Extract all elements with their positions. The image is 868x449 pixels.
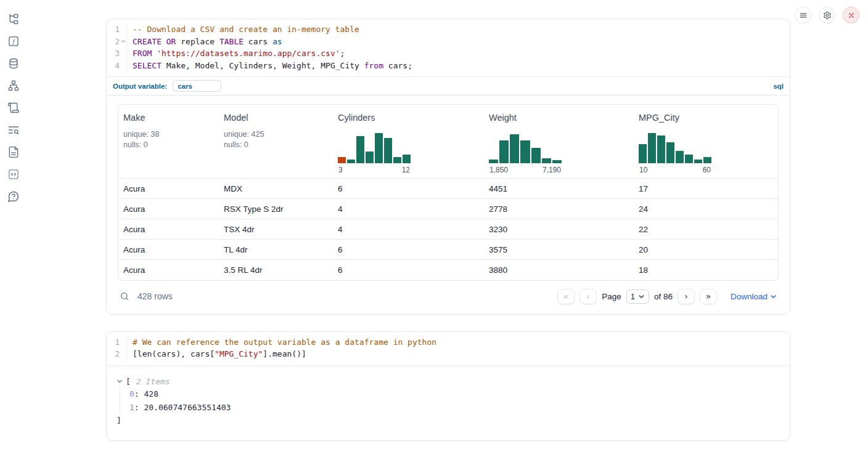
histogram-bar — [694, 160, 702, 163]
histogram-bar — [356, 136, 364, 164]
table-cell: 20 — [634, 240, 779, 260]
histogram-bar — [366, 152, 374, 164]
previous-page-button[interactable]: ‹ — [579, 289, 597, 304]
table-cell: TL 4dr — [219, 240, 333, 260]
first-page-button[interactable]: « — [557, 289, 575, 304]
table-row[interactable]: Acura3.5 RL 4dr6388018 — [118, 260, 779, 280]
snippets-icon[interactable] — [7, 168, 20, 180]
table-cell: Acura — [118, 199, 219, 219]
menu-icon — [799, 11, 808, 20]
table-row[interactable]: AcuraTSX 4dr4323022 — [118, 219, 779, 240]
table-row[interactable]: AcuraRSX Type S 2dr4277824 — [118, 199, 779, 219]
code-line[interactable]: 1# We can reference the output variable … — [107, 336, 790, 349]
python-code-editor[interactable]: 1# We can reference the output variable … — [107, 332, 790, 366]
table-cell: 18 — [634, 260, 779, 280]
menu-button[interactable] — [795, 7, 811, 23]
file-tree-icon[interactable] — [7, 13, 20, 25]
last-page-button[interactable]: » — [700, 289, 717, 304]
column-header-make[interactable]: Make unique: 38 nulls: 0 — [118, 105, 219, 179]
table-cell: 22 — [634, 219, 779, 240]
table-cell: RSX Type S 2dr — [219, 199, 333, 219]
cylinders-histogram[interactable] — [338, 131, 411, 163]
histogram-bar — [531, 148, 541, 163]
unique-stat: unique: 38 — [123, 129, 214, 140]
next-page-button[interactable]: › — [678, 289, 695, 304]
notebook-actions — [795, 7, 859, 23]
table-cell: MDX — [219, 179, 333, 199]
tree-entries: 0: 4281: 20.060747663551403 — [120, 387, 780, 415]
nulls-stat: nulls: 0 — [224, 140, 328, 150]
tree-items-count: 2 Items — [136, 377, 170, 386]
histogram-bar — [703, 157, 711, 163]
shutdown-button[interactable] — [843, 7, 859, 23]
column-header-cylinders[interactable]: Cylinders 3 12 — [333, 105, 484, 179]
python-output-area: [ 2 Items 0: 4281: 20.060747663551403 ] — [107, 366, 790, 440]
sql-cell-footer: Output variable: sql — [107, 77, 790, 95]
pagination: « ‹ Page 1 of 86 › » Download — [557, 289, 777, 304]
chevron-down-icon — [638, 293, 645, 300]
histogram-bar — [375, 133, 383, 163]
nulls-stat: nulls: 0 — [123, 140, 214, 150]
histogram-bar — [648, 133, 656, 163]
histogram-bar — [676, 151, 684, 164]
tree-open-bracket: [ — [126, 377, 131, 386]
histogram-bar — [489, 160, 498, 163]
page-select[interactable]: 1 — [626, 289, 649, 304]
code-line[interactable]: 1-- Download a CSV and create an in-memo… — [107, 23, 790, 36]
close-icon — [847, 11, 856, 20]
table-cell: Acura — [118, 219, 219, 240]
line-number: 3 — [107, 47, 127, 60]
histogram-bar — [542, 158, 551, 163]
table-cell: 3575 — [484, 240, 634, 260]
chevron-down-icon — [117, 378, 123, 384]
tree-collapse-toggle[interactable] — [117, 378, 124, 384]
table-cell: Acura — [118, 179, 219, 199]
column-header-mpg-city[interactable]: MPG_City 10 60 — [634, 105, 779, 179]
table-footer: 428 rows « ‹ Page 1 of 86 › » Download — [118, 281, 779, 314]
output-variable-input[interactable] — [173, 80, 221, 92]
tree-entry-key: 0 — [129, 389, 134, 398]
code-line[interactable]: 2CREATE OR replace TABLE cars as — [107, 36, 790, 48]
dataframe-table: Make unique: 38 nulls: 0 Model — [118, 104, 779, 281]
table-cell: 6 — [333, 179, 484, 199]
column-header-weight[interactable]: Weight 1,850 7,190 — [484, 105, 634, 179]
documentation-icon[interactable] — [7, 146, 20, 158]
table-cell: 4451 — [484, 179, 634, 199]
table-cell: 4 — [333, 199, 484, 219]
scratchpad-icon[interactable] — [7, 102, 20, 114]
dependency-graph-icon[interactable] — [7, 79, 20, 92]
unique-stat: unique: 425 — [224, 129, 328, 140]
code-line[interactable]: 3FROM 'https://datasets.marimo.app/cars.… — [107, 47, 790, 60]
table-row[interactable]: AcuraMDX6445117 — [118, 179, 779, 199]
settings-button[interactable] — [819, 7, 835, 23]
tree-entry: 1: 20.060747663551403 — [129, 401, 780, 415]
table-cell: 2778 — [484, 199, 634, 219]
table-cell: 3230 — [484, 219, 634, 240]
weight-histogram[interactable] — [489, 131, 562, 163]
sql-output-area: Make unique: 38 nulls: 0 Model — [107, 95, 790, 314]
table-cell: TSX 4dr — [219, 219, 333, 240]
download-button[interactable]: Download — [731, 292, 777, 301]
datasources-icon[interactable] — [7, 57, 20, 70]
table-row[interactable]: AcuraTL 4dr6357520 — [118, 240, 779, 260]
help-icon[interactable] — [7, 190, 20, 203]
sql-code-editor[interactable]: 1-- Download a CSV and create an in-memo… — [107, 19, 790, 77]
logs-search-icon[interactable] — [7, 124, 20, 136]
fold-chevron-icon[interactable] — [120, 39, 126, 44]
histogram-bar — [510, 134, 519, 164]
svg-text:f: f — [12, 38, 15, 45]
helper-sidebar: f — [0, 0, 27, 449]
axis-min-label: 3 — [338, 166, 343, 174]
tree-entry-key: 1 — [129, 403, 134, 412]
histogram-bar — [520, 140, 530, 163]
axis-min-label: 1,850 — [489, 166, 508, 174]
tree-entry-value: 428 — [144, 389, 158, 398]
histogram-bar — [338, 157, 346, 163]
histogram-bar — [499, 140, 509, 163]
code-line[interactable]: 2[len(cars), cars["MPG_City"].mean()] — [107, 348, 790, 360]
variables-icon[interactable]: f — [7, 35, 20, 47]
column-header-model[interactable]: Model unique: 425 nulls: 0 — [219, 105, 333, 179]
search-icon[interactable] — [120, 291, 129, 301]
mpg-city-histogram[interactable] — [639, 131, 711, 163]
code-line[interactable]: 4SELECT Make, Model, Cylinders, Weight, … — [107, 60, 790, 72]
